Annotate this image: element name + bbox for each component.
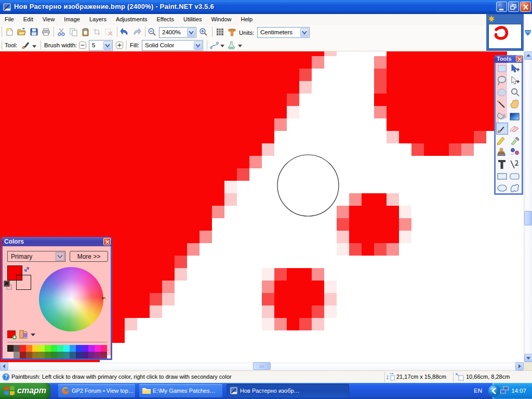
svg-text:?: ? <box>4 374 7 380</box>
